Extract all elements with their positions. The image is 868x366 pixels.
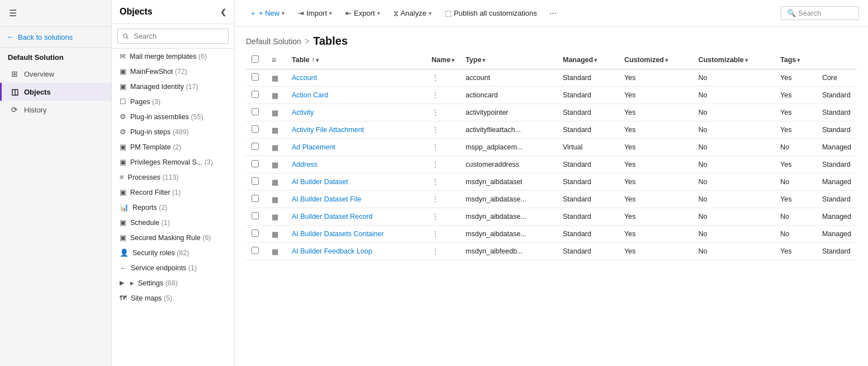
row-menu-cell[interactable]: ⋮ xyxy=(426,208,460,226)
row-select-checkbox[interactable] xyxy=(252,195,259,202)
nav-item-objects[interactable]: ◫Objects xyxy=(0,83,111,101)
new-button[interactable]: ＋ + New ▾ xyxy=(244,6,290,21)
col-header-tags[interactable]: Tags▾ xyxy=(775,51,817,69)
row-select-checkbox[interactable] xyxy=(252,247,259,254)
select-all-checkbox[interactable] xyxy=(252,55,259,63)
row-menu-cell[interactable]: ⋮ xyxy=(426,139,460,156)
row-select-checkbox[interactable] xyxy=(252,143,259,150)
collapse-icon[interactable]: ❮ xyxy=(220,8,226,16)
row-select-checkbox[interactable] xyxy=(252,212,259,219)
row-context-menu-icon[interactable]: ⋮ xyxy=(431,229,439,238)
objects-list-item[interactable]: 🗺Site maps (5)··· xyxy=(112,290,234,306)
row-menu-cell[interactable]: ⋮ xyxy=(426,243,460,260)
objects-list-item[interactable]: ▶▸Settings (68)··· xyxy=(112,275,234,290)
table-name-link[interactable]: AI Builder Dataset File xyxy=(292,195,361,203)
row-table-name[interactable]: AI Builder Dataset xyxy=(286,173,426,191)
row-table-name[interactable]: AI Builder Dataset Record xyxy=(286,208,426,226)
row-menu-cell[interactable]: ⋮ xyxy=(426,173,460,191)
row-context-menu-icon[interactable]: ⋮ xyxy=(431,143,439,152)
row-select-checkbox[interactable] xyxy=(252,91,259,98)
publish-icon: ⬚ xyxy=(445,9,452,17)
row-table-name[interactable]: Action Card xyxy=(286,87,426,104)
row-table-name[interactable]: Activity File Attachment xyxy=(286,121,426,139)
objects-list-item[interactable]: ←Service endpoints (1)··· xyxy=(112,260,234,275)
row-menu-cell[interactable]: ⋮ xyxy=(426,87,460,104)
obj-type-icon: ▣ xyxy=(120,158,126,166)
objects-list-item[interactable]: ▣Record Filter (1)··· xyxy=(112,185,234,200)
table-name-link[interactable]: Activity xyxy=(292,109,314,116)
table-name-link[interactable]: Action Card xyxy=(292,91,328,99)
expand-icon: ▶ xyxy=(120,279,124,287)
import-button[interactable]: ⇥ Import ▾ xyxy=(292,7,338,20)
row-table-name[interactable]: AI Builder Datasets Container xyxy=(286,226,426,243)
objects-search-input[interactable] xyxy=(117,29,229,44)
objects-list-item[interactable]: ⚙Plug-in assemblies (55)··· xyxy=(112,109,234,124)
top-search-box[interactable]: 🔍 Search xyxy=(781,6,859,20)
objects-list-item[interactable]: 👤Security roles (82)··· xyxy=(112,245,234,260)
nav-item-overview[interactable]: ⊞Overview xyxy=(0,65,111,83)
col-header-name[interactable]: Name▾ xyxy=(426,51,460,69)
row-context-menu-icon[interactable]: ⋮ xyxy=(431,73,439,82)
row-context-menu-icon[interactable]: ⋮ xyxy=(431,108,439,117)
row-table-name[interactable]: AI Builder Dataset File xyxy=(286,191,426,208)
table-name-link[interactable]: Account xyxy=(292,74,317,82)
row-select-checkbox[interactable] xyxy=(252,229,259,237)
table-name-link[interactable]: AI Builder Feedback Loop xyxy=(292,247,372,255)
row-table-name[interactable]: Activity xyxy=(286,104,426,121)
row-select-checkbox[interactable] xyxy=(252,125,259,133)
row-context-menu-icon[interactable]: ⋮ xyxy=(431,160,439,169)
objects-list-item[interactable]: ▣Secured Masking Rule (6)··· xyxy=(112,230,234,245)
table-name-link[interactable]: AI Builder Datasets Container xyxy=(292,230,384,238)
row-menu-cell[interactable]: ⋮ xyxy=(426,226,460,243)
objects-list-item[interactable]: 📊Reports (2)··· xyxy=(112,200,234,215)
table-name-link[interactable]: Address xyxy=(292,161,317,168)
col-header-type[interactable]: Type▾ xyxy=(460,51,557,69)
row-table-name[interactable]: AI Builder Feedback Loop xyxy=(286,243,426,260)
row-context-menu-icon[interactable]: ⋮ xyxy=(431,247,439,256)
row-menu-cell[interactable]: ⋮ xyxy=(426,104,460,121)
row-table-name[interactable]: Address xyxy=(286,156,426,173)
import-label: Import xyxy=(306,9,327,17)
row-select-checkbox[interactable] xyxy=(252,108,259,115)
breadcrumb-parent[interactable]: Default Solution xyxy=(246,37,301,46)
col-header-customized[interactable]: Customized▾ xyxy=(619,51,692,69)
row-menu-cell[interactable]: ⋮ xyxy=(426,156,460,173)
row-table-name[interactable]: Ad Placement xyxy=(286,139,426,156)
objects-list-item[interactable]: ⚙Plug-in steps (489)··· xyxy=(112,124,234,139)
export-button[interactable]: ⇤ Export ▾ xyxy=(340,7,386,20)
back-to-solutions-link[interactable]: ← Back to solutions xyxy=(0,27,111,48)
publish-button[interactable]: ⬚ Publish all customizations xyxy=(439,7,543,20)
row-table-name[interactable]: Account xyxy=(286,69,426,87)
row-context-menu-icon[interactable]: ⋮ xyxy=(431,177,439,186)
col-header-managed[interactable]: Managed▾ xyxy=(557,51,619,69)
objects-list-item[interactable]: ≡Processes (113)··· xyxy=(112,170,234,185)
row-select-checkbox[interactable] xyxy=(252,73,259,81)
objects-list-item[interactable]: ▣Schedule (1)··· xyxy=(112,215,234,230)
col-label-managed: Managed xyxy=(563,56,593,64)
table-name-link[interactable]: AI Builder Dataset Record xyxy=(292,213,373,220)
hamburger-icon[interactable]: ☰ xyxy=(9,8,17,18)
row-menu-cell[interactable]: ⋮ xyxy=(426,69,460,87)
row-context-menu-icon[interactable]: ⋮ xyxy=(431,195,439,204)
row-select-checkbox[interactable] xyxy=(252,160,259,167)
more-options-icon[interactable]: ··· xyxy=(545,6,561,21)
objects-list-item[interactable]: ▣Managed Identity (17)··· xyxy=(112,79,234,94)
row-menu-cell[interactable]: ⋮ xyxy=(426,191,460,208)
col-header-table[interactable]: Table ↑▾ xyxy=(286,51,426,69)
row-menu-cell[interactable]: ⋮ xyxy=(426,121,460,139)
table-name-link[interactable]: Activity File Attachment xyxy=(292,126,364,134)
row-select-checkbox[interactable] xyxy=(252,177,259,185)
objects-list-item[interactable]: ▣MainFewShot (72)··· xyxy=(112,64,234,79)
objects-list-item[interactable]: ✉Mail merge templates (6)··· xyxy=(112,49,234,64)
objects-list-item[interactable]: ☐Pages (3)··· xyxy=(112,94,234,109)
row-context-menu-icon[interactable]: ⋮ xyxy=(431,125,439,134)
objects-list-item[interactable]: ▣PM Template (2)··· xyxy=(112,139,234,154)
table-name-link[interactable]: AI Builder Dataset xyxy=(292,178,348,186)
objects-list-item[interactable]: ▣Privileges Removal S... (3)··· xyxy=(112,154,234,170)
row-context-menu-icon[interactable]: ⋮ xyxy=(431,212,439,221)
col-header-customizable[interactable]: Customizable▾ xyxy=(692,51,775,69)
table-name-link[interactable]: Ad Placement xyxy=(292,143,335,151)
nav-item-history[interactable]: ⟳History xyxy=(0,101,111,119)
analyze-button[interactable]: ⧖ Analyze ▾ xyxy=(388,7,437,20)
row-context-menu-icon[interactable]: ⋮ xyxy=(431,91,439,100)
